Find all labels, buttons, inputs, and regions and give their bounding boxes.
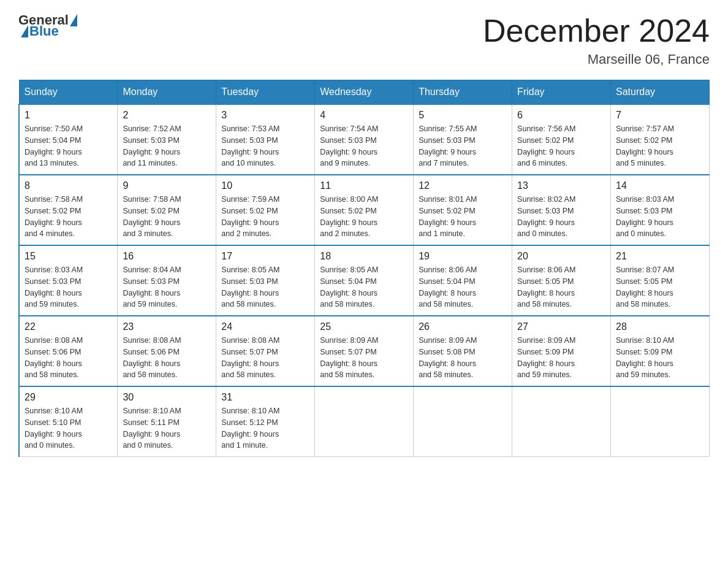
day-number: 31 — [221, 392, 309, 403]
day-cell: 3Sunrise: 7:53 AM Sunset: 5:03 PM Daylig… — [216, 104, 315, 175]
day-cell: 1Sunrise: 7:50 AM Sunset: 5:04 PM Daylig… — [19, 104, 118, 175]
day-number: 14 — [616, 180, 704, 191]
week-row-2: 8Sunrise: 7:58 AM Sunset: 5:02 PM Daylig… — [19, 175, 710, 245]
day-cell: 20Sunrise: 8:06 AM Sunset: 5:05 PM Dayli… — [512, 245, 611, 316]
day-number: 20 — [517, 251, 605, 262]
day-number: 7 — [616, 110, 704, 121]
day-info: Sunrise: 8:04 AM Sunset: 5:03 PM Dayligh… — [123, 264, 211, 310]
day-cell — [414, 386, 512, 457]
day-info: Sunrise: 8:05 AM Sunset: 5:04 PM Dayligh… — [320, 264, 408, 310]
day-number: 27 — [517, 321, 605, 332]
day-info: Sunrise: 8:00 AM Sunset: 5:02 PM Dayligh… — [320, 194, 408, 240]
page-header: General Blue December 2024 Marseille 06,… — [18, 12, 710, 67]
day-info: Sunrise: 8:02 AM Sunset: 5:03 PM Dayligh… — [517, 194, 605, 240]
day-number: 2 — [123, 110, 211, 121]
day-number: 23 — [123, 321, 211, 332]
header-day-wednesday: Wednesday — [315, 80, 414, 105]
week-row-1: 1Sunrise: 7:50 AM Sunset: 5:04 PM Daylig… — [19, 104, 710, 175]
day-cell: 18Sunrise: 8:05 AM Sunset: 5:04 PM Dayli… — [315, 245, 414, 316]
day-info: Sunrise: 7:59 AM Sunset: 5:02 PM Dayligh… — [221, 194, 309, 240]
logo: General Blue — [18, 12, 78, 39]
header-row: SundayMondayTuesdayWednesdayThursdayFrid… — [19, 80, 710, 105]
header-day-friday: Friday — [512, 80, 611, 105]
day-cell: 25Sunrise: 8:09 AM Sunset: 5:07 PM Dayli… — [315, 316, 414, 386]
day-info: Sunrise: 7:52 AM Sunset: 5:03 PM Dayligh… — [123, 123, 211, 169]
logo-triangle-icon2 — [21, 25, 28, 37]
day-info: Sunrise: 8:06 AM Sunset: 5:05 PM Dayligh… — [517, 264, 605, 310]
day-cell: 14Sunrise: 8:03 AM Sunset: 5:03 PM Dayli… — [611, 175, 710, 245]
day-info: Sunrise: 8:07 AM Sunset: 5:05 PM Dayligh… — [616, 264, 704, 310]
calendar-subtitle: Marseille 06, France — [483, 52, 710, 67]
day-number: 28 — [616, 321, 704, 332]
header-day-sunday: Sunday — [19, 80, 118, 105]
day-cell: 24Sunrise: 8:08 AM Sunset: 5:07 PM Dayli… — [216, 316, 315, 386]
day-info: Sunrise: 8:03 AM Sunset: 5:03 PM Dayligh… — [616, 194, 704, 240]
day-info: Sunrise: 7:50 AM Sunset: 5:04 PM Dayligh… — [25, 123, 112, 169]
day-cell: 31Sunrise: 8:10 AM Sunset: 5:12 PM Dayli… — [216, 386, 315, 457]
day-cell: 5Sunrise: 7:55 AM Sunset: 5:03 PM Daylig… — [414, 104, 512, 175]
day-number: 15 — [25, 251, 112, 262]
day-info: Sunrise: 7:56 AM Sunset: 5:02 PM Dayligh… — [517, 123, 605, 169]
day-number: 24 — [221, 321, 309, 332]
day-number: 21 — [616, 251, 704, 262]
day-info: Sunrise: 8:09 AM Sunset: 5:09 PM Dayligh… — [517, 335, 605, 381]
day-cell: 19Sunrise: 8:06 AM Sunset: 5:04 PM Dayli… — [414, 245, 512, 316]
calendar-table: SundayMondayTuesdayWednesdayThursdayFrid… — [18, 80, 710, 457]
day-cell: 26Sunrise: 8:09 AM Sunset: 5:08 PM Dayli… — [414, 316, 512, 386]
header-day-monday: Monday — [118, 80, 216, 105]
day-cell: 9Sunrise: 7:58 AM Sunset: 5:02 PM Daylig… — [118, 175, 216, 245]
day-info: Sunrise: 8:03 AM Sunset: 5:03 PM Dayligh… — [25, 264, 112, 310]
day-number: 5 — [419, 110, 507, 121]
day-info: Sunrise: 7:54 AM Sunset: 5:03 PM Dayligh… — [320, 123, 408, 169]
day-number: 11 — [320, 180, 408, 191]
day-cell — [512, 386, 611, 457]
day-info: Sunrise: 8:10 AM Sunset: 5:11 PM Dayligh… — [123, 405, 211, 451]
day-info: Sunrise: 7:53 AM Sunset: 5:03 PM Dayligh… — [221, 123, 309, 169]
day-number: 30 — [123, 392, 211, 403]
day-info: Sunrise: 7:58 AM Sunset: 5:02 PM Dayligh… — [123, 194, 211, 240]
day-cell: 2Sunrise: 7:52 AM Sunset: 5:03 PM Daylig… — [118, 104, 216, 175]
day-cell: 10Sunrise: 7:59 AM Sunset: 5:02 PM Dayli… — [216, 175, 315, 245]
day-info: Sunrise: 8:08 AM Sunset: 5:07 PM Dayligh… — [221, 335, 309, 381]
day-number: 13 — [517, 180, 605, 191]
day-info: Sunrise: 8:09 AM Sunset: 5:08 PM Dayligh… — [419, 335, 507, 381]
day-cell: 21Sunrise: 8:07 AM Sunset: 5:05 PM Dayli… — [611, 245, 710, 316]
day-cell: 11Sunrise: 8:00 AM Sunset: 5:02 PM Dayli… — [315, 175, 414, 245]
day-cell: 27Sunrise: 8:09 AM Sunset: 5:09 PM Dayli… — [512, 316, 611, 386]
day-cell: 16Sunrise: 8:04 AM Sunset: 5:03 PM Dayli… — [118, 245, 216, 316]
day-info: Sunrise: 8:10 AM Sunset: 5:12 PM Dayligh… — [221, 405, 309, 451]
week-row-3: 15Sunrise: 8:03 AM Sunset: 5:03 PM Dayli… — [19, 245, 710, 316]
day-cell: 22Sunrise: 8:08 AM Sunset: 5:06 PM Dayli… — [19, 316, 118, 386]
day-info: Sunrise: 8:08 AM Sunset: 5:06 PM Dayligh… — [123, 335, 211, 381]
day-number: 18 — [320, 251, 408, 262]
day-number: 1 — [25, 110, 112, 121]
day-cell: 28Sunrise: 8:10 AM Sunset: 5:09 PM Dayli… — [611, 316, 710, 386]
day-number: 26 — [419, 321, 507, 332]
day-info: Sunrise: 8:09 AM Sunset: 5:07 PM Dayligh… — [320, 335, 408, 381]
day-number: 8 — [25, 180, 112, 191]
day-cell — [315, 386, 414, 457]
day-number: 9 — [123, 180, 211, 191]
day-number: 17 — [221, 251, 309, 262]
header-day-tuesday: Tuesday — [216, 80, 315, 105]
day-info: Sunrise: 8:01 AM Sunset: 5:02 PM Dayligh… — [419, 194, 507, 240]
day-number: 4 — [320, 110, 408, 121]
day-info: Sunrise: 7:55 AM Sunset: 5:03 PM Dayligh… — [419, 123, 507, 169]
calendar-title: December 2024 — [483, 12, 710, 49]
day-number: 16 — [123, 251, 211, 262]
day-info: Sunrise: 7:57 AM Sunset: 5:02 PM Dayligh… — [616, 123, 704, 169]
day-info: Sunrise: 8:10 AM Sunset: 5:09 PM Dayligh… — [616, 335, 704, 381]
day-cell: 15Sunrise: 8:03 AM Sunset: 5:03 PM Dayli… — [19, 245, 118, 316]
header-day-saturday: Saturday — [611, 80, 710, 105]
day-info: Sunrise: 7:58 AM Sunset: 5:02 PM Dayligh… — [25, 194, 112, 240]
day-number: 19 — [419, 251, 507, 262]
day-number: 12 — [419, 180, 507, 191]
day-info: Sunrise: 8:05 AM Sunset: 5:03 PM Dayligh… — [221, 264, 309, 310]
title-area: December 2024 Marseille 06, France — [483, 12, 710, 67]
day-cell: 6Sunrise: 7:56 AM Sunset: 5:02 PM Daylig… — [512, 104, 611, 175]
day-cell: 30Sunrise: 8:10 AM Sunset: 5:11 PM Dayli… — [118, 386, 216, 457]
day-cell: 13Sunrise: 8:02 AM Sunset: 5:03 PM Dayli… — [512, 175, 611, 245]
day-number: 10 — [221, 180, 309, 191]
week-row-5: 29Sunrise: 8:10 AM Sunset: 5:10 PM Dayli… — [19, 386, 710, 457]
day-cell — [611, 386, 710, 457]
